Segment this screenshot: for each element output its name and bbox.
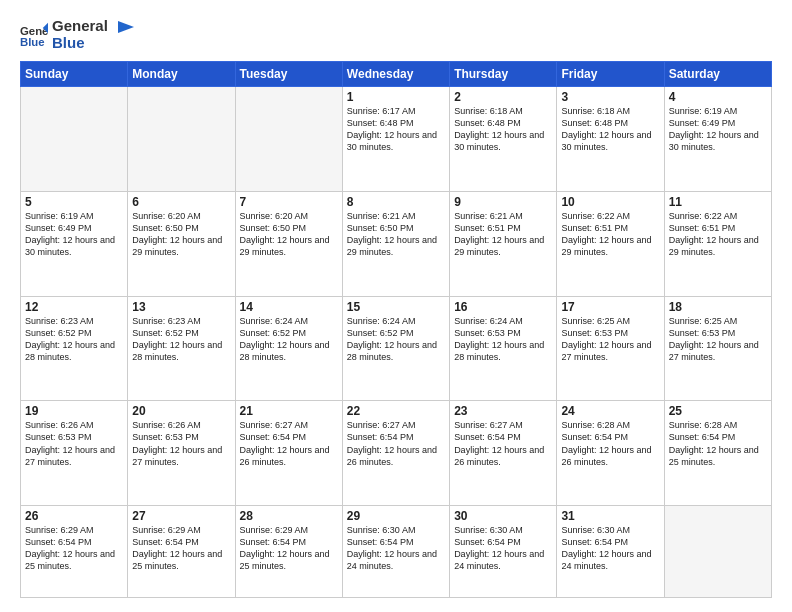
table-row: [21, 87, 128, 192]
table-row: 22Sunrise: 6:27 AM Sunset: 6:54 PM Dayli…: [342, 401, 449, 506]
table-row: [664, 506, 771, 598]
table-row: 30Sunrise: 6:30 AM Sunset: 6:54 PM Dayli…: [450, 506, 557, 598]
table-row: 6Sunrise: 6:20 AM Sunset: 6:50 PM Daylig…: [128, 191, 235, 296]
day-number: 16: [454, 300, 552, 314]
calendar-week-row: 19Sunrise: 6:26 AM Sunset: 6:53 PM Dayli…: [21, 401, 772, 506]
day-info: Sunrise: 6:29 AM Sunset: 6:54 PM Dayligh…: [132, 524, 230, 573]
day-info: Sunrise: 6:18 AM Sunset: 6:48 PM Dayligh…: [561, 105, 659, 154]
day-info: Sunrise: 6:28 AM Sunset: 6:54 PM Dayligh…: [561, 419, 659, 468]
table-row: 5Sunrise: 6:19 AM Sunset: 6:49 PM Daylig…: [21, 191, 128, 296]
day-number: 28: [240, 509, 338, 523]
day-number: 18: [669, 300, 767, 314]
table-row: [235, 87, 342, 192]
day-info: Sunrise: 6:30 AM Sunset: 6:54 PM Dayligh…: [561, 524, 659, 573]
day-info: Sunrise: 6:27 AM Sunset: 6:54 PM Dayligh…: [347, 419, 445, 468]
day-number: 25: [669, 404, 767, 418]
day-info: Sunrise: 6:20 AM Sunset: 6:50 PM Dayligh…: [240, 210, 338, 259]
day-number: 13: [132, 300, 230, 314]
day-info: Sunrise: 6:29 AM Sunset: 6:54 PM Dayligh…: [25, 524, 123, 573]
day-number: 6: [132, 195, 230, 209]
day-info: Sunrise: 6:24 AM Sunset: 6:53 PM Dayligh…: [454, 315, 552, 364]
day-info: Sunrise: 6:27 AM Sunset: 6:54 PM Dayligh…: [454, 419, 552, 468]
day-info: Sunrise: 6:30 AM Sunset: 6:54 PM Dayligh…: [454, 524, 552, 573]
table-row: 27Sunrise: 6:29 AM Sunset: 6:54 PM Dayli…: [128, 506, 235, 598]
day-info: Sunrise: 6:25 AM Sunset: 6:53 PM Dayligh…: [561, 315, 659, 364]
table-row: 10Sunrise: 6:22 AM Sunset: 6:51 PM Dayli…: [557, 191, 664, 296]
day-info: Sunrise: 6:21 AM Sunset: 6:51 PM Dayligh…: [454, 210, 552, 259]
day-number: 12: [25, 300, 123, 314]
logo-icon: General Blue: [20, 21, 48, 49]
header: General Blue General Blue: [20, 18, 772, 51]
day-info: Sunrise: 6:22 AM Sunset: 6:51 PM Dayligh…: [669, 210, 767, 259]
day-number: 8: [347, 195, 445, 209]
day-number: 11: [669, 195, 767, 209]
logo-flag-icon: [114, 19, 136, 41]
table-row: 7Sunrise: 6:20 AM Sunset: 6:50 PM Daylig…: [235, 191, 342, 296]
page: General Blue General Blue SundayMondayTu…: [0, 0, 792, 612]
day-number: 19: [25, 404, 123, 418]
day-info: Sunrise: 6:28 AM Sunset: 6:54 PM Dayligh…: [669, 419, 767, 468]
table-row: 15Sunrise: 6:24 AM Sunset: 6:52 PM Dayli…: [342, 296, 449, 401]
calendar-week-row: 5Sunrise: 6:19 AM Sunset: 6:49 PM Daylig…: [21, 191, 772, 296]
day-number: 3: [561, 90, 659, 104]
day-info: Sunrise: 6:18 AM Sunset: 6:48 PM Dayligh…: [454, 105, 552, 154]
calendar-week-row: 26Sunrise: 6:29 AM Sunset: 6:54 PM Dayli…: [21, 506, 772, 598]
table-row: 12Sunrise: 6:23 AM Sunset: 6:52 PM Dayli…: [21, 296, 128, 401]
day-number: 4: [669, 90, 767, 104]
table-row: 31Sunrise: 6:30 AM Sunset: 6:54 PM Dayli…: [557, 506, 664, 598]
day-info: Sunrise: 6:26 AM Sunset: 6:53 PM Dayligh…: [132, 419, 230, 468]
day-info: Sunrise: 6:30 AM Sunset: 6:54 PM Dayligh…: [347, 524, 445, 573]
calendar-header-friday: Friday: [557, 62, 664, 87]
table-row: 3Sunrise: 6:18 AM Sunset: 6:48 PM Daylig…: [557, 87, 664, 192]
day-number: 17: [561, 300, 659, 314]
day-number: 21: [240, 404, 338, 418]
day-info: Sunrise: 6:26 AM Sunset: 6:53 PM Dayligh…: [25, 419, 123, 468]
calendar-header-thursday: Thursday: [450, 62, 557, 87]
table-row: 28Sunrise: 6:29 AM Sunset: 6:54 PM Dayli…: [235, 506, 342, 598]
day-number: 10: [561, 195, 659, 209]
table-row: 1Sunrise: 6:17 AM Sunset: 6:48 PM Daylig…: [342, 87, 449, 192]
table-row: 24Sunrise: 6:28 AM Sunset: 6:54 PM Dayli…: [557, 401, 664, 506]
day-number: 23: [454, 404, 552, 418]
table-row: [128, 87, 235, 192]
day-number: 31: [561, 509, 659, 523]
svg-text:Blue: Blue: [20, 35, 45, 47]
table-row: 25Sunrise: 6:28 AM Sunset: 6:54 PM Dayli…: [664, 401, 771, 506]
calendar-week-row: 1Sunrise: 6:17 AM Sunset: 6:48 PM Daylig…: [21, 87, 772, 192]
calendar-header-monday: Monday: [128, 62, 235, 87]
day-number: 14: [240, 300, 338, 314]
day-number: 20: [132, 404, 230, 418]
table-row: 11Sunrise: 6:22 AM Sunset: 6:51 PM Dayli…: [664, 191, 771, 296]
day-number: 1: [347, 90, 445, 104]
table-row: 13Sunrise: 6:23 AM Sunset: 6:52 PM Dayli…: [128, 296, 235, 401]
table-row: 4Sunrise: 6:19 AM Sunset: 6:49 PM Daylig…: [664, 87, 771, 192]
svg-marker-3: [118, 21, 134, 33]
day-info: Sunrise: 6:29 AM Sunset: 6:54 PM Dayligh…: [240, 524, 338, 573]
calendar-header-saturday: Saturday: [664, 62, 771, 87]
table-row: 8Sunrise: 6:21 AM Sunset: 6:50 PM Daylig…: [342, 191, 449, 296]
calendar-table: SundayMondayTuesdayWednesdayThursdayFrid…: [20, 61, 772, 598]
day-number: 2: [454, 90, 552, 104]
logo-general: General: [52, 18, 108, 35]
day-number: 29: [347, 509, 445, 523]
calendar-header-wednesday: Wednesday: [342, 62, 449, 87]
day-info: Sunrise: 6:25 AM Sunset: 6:53 PM Dayligh…: [669, 315, 767, 364]
day-number: 7: [240, 195, 338, 209]
table-row: 14Sunrise: 6:24 AM Sunset: 6:52 PM Dayli…: [235, 296, 342, 401]
table-row: 26Sunrise: 6:29 AM Sunset: 6:54 PM Dayli…: [21, 506, 128, 598]
table-row: 29Sunrise: 6:30 AM Sunset: 6:54 PM Dayli…: [342, 506, 449, 598]
calendar-header-row: SundayMondayTuesdayWednesdayThursdayFrid…: [21, 62, 772, 87]
day-number: 5: [25, 195, 123, 209]
calendar-header-tuesday: Tuesday: [235, 62, 342, 87]
day-info: Sunrise: 6:17 AM Sunset: 6:48 PM Dayligh…: [347, 105, 445, 154]
day-info: Sunrise: 6:23 AM Sunset: 6:52 PM Dayligh…: [132, 315, 230, 364]
day-info: Sunrise: 6:23 AM Sunset: 6:52 PM Dayligh…: [25, 315, 123, 364]
day-info: Sunrise: 6:19 AM Sunset: 6:49 PM Dayligh…: [669, 105, 767, 154]
day-number: 15: [347, 300, 445, 314]
day-number: 26: [25, 509, 123, 523]
day-info: Sunrise: 6:21 AM Sunset: 6:50 PM Dayligh…: [347, 210, 445, 259]
calendar-header-sunday: Sunday: [21, 62, 128, 87]
day-info: Sunrise: 6:19 AM Sunset: 6:49 PM Dayligh…: [25, 210, 123, 259]
day-number: 22: [347, 404, 445, 418]
calendar-week-row: 12Sunrise: 6:23 AM Sunset: 6:52 PM Dayli…: [21, 296, 772, 401]
